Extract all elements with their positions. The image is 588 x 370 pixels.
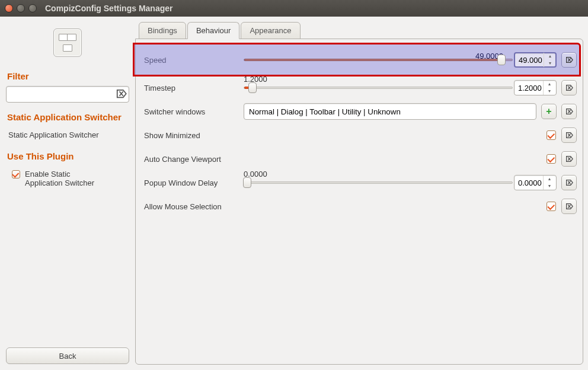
switcher-windows-input[interactable] [244,103,536,120]
allow-mouse-label: Allow Mouse Selection [142,202,244,211]
speed-label: Speed [142,56,244,65]
window-buttons [5,4,37,12]
setting-row-speed: Speed 49.0000 ▴▾ [136,44,583,76]
use-plugin-heading: Use This Plugin [7,151,128,161]
timestep-spin-input[interactable] [514,83,543,93]
timestep-spinbox[interactable]: ▴▾ [514,80,557,95]
timestep-slider[interactable]: 1.2000 [244,77,513,98]
speed-reset-button[interactable] [561,52,577,68]
tab-page-behaviour: Speed 49.0000 ▴▾ [135,39,583,365]
show-minimized-reset-button[interactable] [561,127,577,143]
minimize-icon[interactable] [17,4,25,12]
allow-mouse-checkbox[interactable] [547,202,556,211]
setting-row-auto-viewport: Auto Change Viewport [136,147,583,171]
back-button[interactable]: Back [6,347,129,364]
titlebar: CompizConfig Settings Manager [0,0,588,17]
popup-delay-spin-input[interactable] [514,178,543,188]
filter-input[interactable] [6,86,129,103]
enable-plugin-label: Enable Static Application Switcher [25,170,102,187]
setting-row-allow-mouse: Allow Mouse Selection [136,194,583,218]
switcher-windows-reset-button[interactable] [561,104,577,119]
clear-filter-icon[interactable] [115,88,127,100]
setting-row-timestep: Timestep 1.2000 ▴▾ [136,76,583,100]
timestep-spin-up[interactable]: ▴ [544,81,555,88]
filter-heading: Filter [7,71,128,81]
switcher-windows-label: Switcher windows [142,107,244,116]
close-icon[interactable] [5,4,13,12]
auto-viewport-checkbox[interactable] [547,154,556,164]
auto-viewport-reset-button[interactable] [561,151,577,167]
setting-row-show-minimized: Show Minimized [136,123,583,147]
plugin-heading: Static Application Switcher [7,112,128,122]
timestep-reset-button[interactable] [561,80,577,95]
auto-viewport-label: Auto Change Viewport [142,155,244,164]
main-panel: Bindings Behaviour Appearance Speed 49.0… [135,17,588,370]
tab-appearance[interactable]: Appearance [241,22,300,39]
show-minimized-checkbox[interactable] [547,130,556,140]
plugin-link[interactable]: Static Application Switcher [8,130,127,139]
speed-spin-down[interactable]: ▾ [544,60,555,67]
popup-delay-spin-up[interactable]: ▴ [544,176,555,183]
tab-behaviour[interactable]: Behaviour [187,22,240,39]
popup-delay-spin-down[interactable]: ▾ [544,183,555,190]
switcher-windows-add-button[interactable]: + [541,104,557,119]
enable-plugin-checkbox[interactable] [12,170,20,178]
sidebar: Filter Static Application Switcher Stati… [0,17,135,370]
speed-slider[interactable] [244,49,513,71]
plus-icon: + [546,106,551,117]
popup-delay-reset-button[interactable] [561,175,577,190]
timestep-label: Timestep [142,84,244,92]
maximize-icon[interactable] [28,4,37,12]
enable-plugin-row[interactable]: Enable Static Application Switcher [12,170,123,187]
tabstrip: Bindings Behaviour Appearance [139,21,583,39]
popup-delay-slider[interactable]: 0.0000 [244,172,513,193]
popup-delay-label: Popup Window Delay [142,178,244,187]
window-title: CompizConfig Settings Manager [45,4,172,13]
show-minimized-label: Show Minimized [142,131,244,140]
setting-row-popup-delay: Popup Window Delay 0.0000 ▴▾ [136,171,583,194]
plugin-windows-icon[interactable] [53,28,82,57]
tab-bindings[interactable]: Bindings [139,22,186,39]
setting-row-switcher-windows: Switcher windows + [136,100,583,123]
popup-delay-spinbox[interactable]: ▴▾ [514,175,557,190]
timestep-spin-down[interactable]: ▾ [544,88,555,95]
allow-mouse-reset-button[interactable] [561,199,577,214]
speed-spin-input[interactable] [515,55,544,65]
speed-spin-up[interactable]: ▴ [544,53,555,60]
speed-spinbox[interactable]: ▴▾ [514,52,557,68]
